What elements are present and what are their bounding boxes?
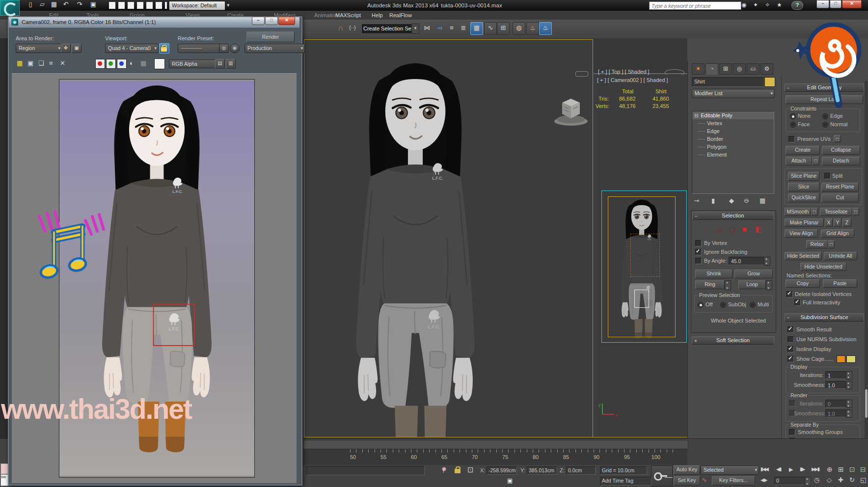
render-smoothness-spinner[interactable] bbox=[846, 409, 852, 418]
tab-create[interactable]: ✶ bbox=[692, 63, 705, 75]
go-end-icon[interactable]: ▶▶▮ bbox=[812, 466, 819, 472]
viewport-camera-label[interactable]: [ + ] [ Camera002 ] [ Shaded ] bbox=[597, 77, 668, 83]
subdivision-header[interactable]: −Subdivision Surface bbox=[785, 313, 864, 322]
split-checkbox[interactable] bbox=[824, 173, 831, 179]
relax-settings[interactable]: □ bbox=[828, 240, 835, 248]
tessellate-button[interactable]: Tessellate bbox=[820, 208, 852, 216]
align-icon[interactable]: ⫤ bbox=[434, 23, 446, 34]
search-icon[interactable]: ◉ bbox=[741, 1, 746, 8]
open-file-icon[interactable]: ▱ bbox=[36, 0, 48, 11]
display-iterations-field[interactable]: 1 bbox=[825, 371, 849, 379]
rendered-frame-icon[interactable]: ♨ bbox=[526, 22, 539, 35]
redo-icon[interactable]: ↷ bbox=[74, 0, 85, 11]
ignore-backfacing-checkbox[interactable] bbox=[695, 249, 702, 255]
viewport-camera002[interactable]: [ + ] [ Camera002 ] [ Shaded ] TotalShir… bbox=[594, 75, 687, 436]
mini-listener-pink[interactable] bbox=[0, 463, 8, 474]
smoothing-groups-checkbox[interactable] bbox=[789, 429, 795, 435]
environment-round-button[interactable]: ◉ bbox=[230, 44, 240, 53]
scene-cube-object[interactable] bbox=[552, 97, 590, 127]
tessellate-settings[interactable]: □ bbox=[852, 208, 859, 216]
clear-image-icon[interactable]: ✕ bbox=[60, 59, 65, 67]
layer-manager-icon[interactable]: ≣ bbox=[458, 23, 469, 34]
hide-selected-button[interactable]: Hide Selected bbox=[785, 252, 822, 260]
mirror-icon[interactable]: ⋈ bbox=[421, 23, 433, 34]
stack-item-edge[interactable]: Edge bbox=[692, 127, 774, 135]
render-iterations-checkbox[interactable] bbox=[789, 400, 795, 406]
y-coordinate-field[interactable]: 385.013cm bbox=[527, 466, 557, 475]
full-interactivity-checkbox[interactable] bbox=[794, 299, 801, 306]
pan-hand-icon[interactable]: ✚ bbox=[838, 476, 843, 484]
reset-plane-button[interactable]: Reset Plane bbox=[821, 183, 859, 191]
unhide-all-button[interactable]: Unhide All bbox=[824, 252, 857, 260]
render-min-button[interactable]: − bbox=[252, 17, 265, 25]
clone-window-icon[interactable]: ❏ bbox=[38, 59, 44, 67]
mono-channel-icon[interactable]: ◐ bbox=[130, 59, 134, 67]
menu-realflow[interactable]: RealFlow bbox=[389, 12, 412, 18]
next-frame-icon[interactable]: ▮▶ bbox=[800, 466, 804, 472]
by-angle-checkbox[interactable] bbox=[695, 258, 702, 264]
make-unique-icon[interactable]: ◆ bbox=[729, 197, 734, 204]
help-button[interactable]: ? bbox=[791, 1, 803, 10]
cage-selected-color-swatch[interactable] bbox=[846, 355, 856, 363]
ring-spinner[interactable] bbox=[725, 280, 731, 290]
new-file-icon[interactable]: ▯ bbox=[25, 0, 36, 11]
orbit-icon[interactable]: ↻ bbox=[849, 476, 855, 484]
relax-button[interactable]: Relax bbox=[806, 240, 828, 248]
viewport-lock-button[interactable] bbox=[159, 43, 169, 54]
window-close-button[interactable]: ✕ bbox=[842, 0, 862, 8]
paste-button[interactable]: Paste bbox=[823, 279, 857, 288]
view-align-button[interactable]: View Align bbox=[785, 229, 818, 238]
object-name-field[interactable]: Shirt bbox=[692, 77, 764, 87]
tab-modify[interactable]: ◔ bbox=[705, 63, 718, 75]
slice-button[interactable]: Slice bbox=[788, 183, 819, 191]
object-color-swatch[interactable] bbox=[764, 77, 775, 87]
pin-stack-icon[interactable]: ⊸ bbox=[694, 197, 699, 204]
channel-display-combo[interactable]: RGB Alpha bbox=[169, 59, 219, 68]
use-nurms-checkbox[interactable] bbox=[787, 336, 794, 343]
fov-icon[interactable]: ◇ bbox=[827, 476, 832, 484]
render-restore-button[interactable]: □ bbox=[265, 17, 278, 25]
make-planar-y-button[interactable]: Y bbox=[834, 218, 841, 227]
show-end-result-icon[interactable]: ▮ bbox=[711, 197, 715, 204]
red-channel-button[interactable] bbox=[95, 59, 105, 69]
current-frame-field[interactable]: 0 bbox=[774, 477, 808, 485]
go-start-icon[interactable]: ▮◀◀ bbox=[760, 466, 768, 472]
tab-hierarchy[interactable]: ⊞ bbox=[719, 63, 732, 75]
menu-help[interactable]: Help bbox=[372, 12, 383, 18]
paste-icon[interactable]: ▣ bbox=[87, 0, 99, 11]
subobject-border-icon[interactable]: ▢ bbox=[730, 225, 735, 233]
by-angle-spinner[interactable] bbox=[764, 257, 770, 266]
preserve-uvs-settings[interactable]: □ bbox=[834, 135, 841, 142]
favorites-star-icon[interactable]: ★ bbox=[777, 1, 782, 8]
zoom-extents-all-icon[interactable]: ⊟ bbox=[860, 465, 866, 473]
save-image-icon[interactable]: ▦ bbox=[17, 59, 23, 67]
add-time-tag[interactable]: Add Time Tag bbox=[600, 477, 652, 486]
prev-frame-icon[interactable]: ◀▮ bbox=[776, 466, 781, 472]
display-smoothness-spinner[interactable] bbox=[846, 381, 852, 389]
render-setup-icon[interactable]: ◍ bbox=[513, 22, 525, 35]
key-selection-combo[interactable]: Selected bbox=[701, 465, 759, 475]
print-image-icon[interactable]: ≡ bbox=[49, 59, 53, 67]
grid-align-button[interactable]: Grid Align bbox=[821, 229, 854, 238]
isoline-checkbox[interactable] bbox=[787, 346, 794, 352]
attach-settings[interactable]: □ bbox=[812, 157, 819, 165]
make-planar-button[interactable]: Make Planar bbox=[785, 218, 824, 227]
save-file-icon[interactable]: ▦ bbox=[48, 0, 60, 11]
set-keys-button[interactable] bbox=[651, 465, 673, 487]
tab-motion[interactable]: ◎ bbox=[733, 63, 746, 75]
quick-align-icon[interactable]: ≡ bbox=[446, 23, 458, 34]
layout-b-button[interactable]: ▥ bbox=[226, 59, 236, 69]
selection-set-dropdown[interactable]: ▾ bbox=[411, 24, 419, 34]
frame-spinner[interactable] bbox=[805, 477, 811, 486]
stack-item-border[interactable]: Border bbox=[692, 135, 774, 143]
msmooth-settings[interactable]: □ bbox=[811, 208, 818, 216]
stack-item-vertex[interactable]: Vertex bbox=[692, 119, 774, 127]
tab-utilities[interactable]: ⚙ bbox=[760, 63, 773, 75]
workspace-combo[interactable]: Workspace: Default bbox=[169, 1, 225, 10]
background-color-swatch[interactable] bbox=[154, 58, 165, 69]
detach-button[interactable]: Detach bbox=[822, 157, 860, 165]
green-channel-button[interactable] bbox=[106, 59, 116, 69]
mini-listener-white[interactable]: We bbox=[0, 474, 8, 486]
display-smoothness-field[interactable]: 1.0 bbox=[825, 381, 849, 389]
workspace-flyout-icon[interactable]: ▾ bbox=[227, 2, 230, 8]
